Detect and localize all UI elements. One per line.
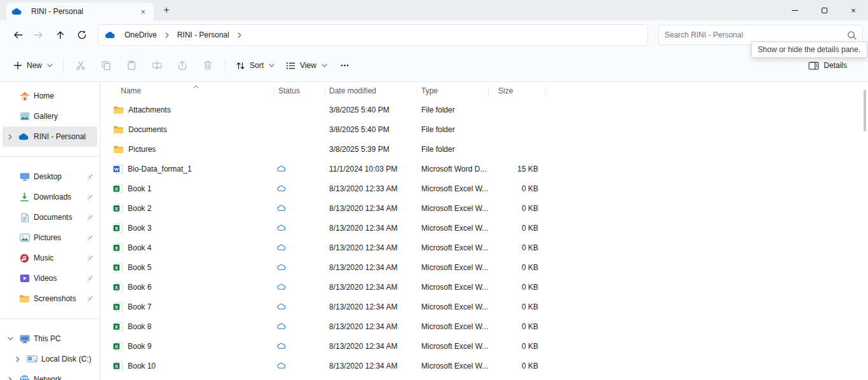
column-header-date-modified[interactable]: Date modified [325,86,417,97]
pictures-icon [18,233,31,242]
sort-button[interactable]: Sort [230,57,280,75]
chevron-down-icon [269,64,275,67]
sidebar-item-label: Local Disk (C:) [41,355,95,363]
file-row-attachments[interactable]: Attachments3/8/2025 5:40 PMFile folder [111,100,868,119]
back-button[interactable] [6,24,28,46]
sidebar-item-documents[interactable]: Documents [3,207,97,227]
rename-button[interactable] [144,56,170,75]
sidebar-item-videos[interactable]: Videos [3,268,97,288]
file-row-bio-data-format-1[interactable]: WBio-Data_format_111/1/2024 10:03 PMMicr… [111,159,868,179]
delete-button[interactable] [195,56,220,75]
sidebar-item-this-pc[interactable]: This PC [3,329,97,349]
date-modified-cell: 8/13/2020 12:34 AM [325,283,417,292]
chevron-right-icon[interactable] [5,134,15,140]
file-row-book-5[interactable]: XBook 58/13/2020 12:34 AMMicrosoft Excel… [111,257,868,277]
status-available-online-icon [277,185,287,192]
type-cell: Microsoft Excel W... [417,283,489,292]
file-row-book-3[interactable]: XBook 38/13/2020 12:34 AMMicrosoft Excel… [111,218,868,238]
sort-ascending-icon[interactable] [193,82,199,90]
chevron-right-icon[interactable] [5,377,15,380]
file-row-book-10[interactable]: XBook 108/13/2020 12:34 AMMicrosoft Exce… [111,356,868,376]
pin-icon [86,173,93,180]
column-header-status[interactable]: Status [275,86,325,97]
file-row-book-8[interactable]: XBook 88/13/2020 12:34 AMMicrosoft Excel… [111,316,868,336]
sidebar-item-label: Screenshots [34,294,83,303]
sidebar-item-screenshots[interactable]: Screenshots [3,288,97,309]
column-header-type[interactable]: Type [417,86,489,97]
share-button[interactable] [170,56,195,75]
date-modified-cell: 8/13/2020 12:34 AM [325,322,417,331]
forward-button[interactable] [28,24,50,46]
sidebar-item-gallery[interactable]: Gallery [3,106,97,126]
new-button[interactable]: New [8,57,58,74]
sidebar-item-downloads[interactable]: Downloads [3,187,97,207]
search-icon[interactable] [847,31,857,40]
column-header-row: NameStatusDate modifiedTypeSize [111,82,868,100]
delete-icon [203,60,213,71]
file-row-pictures[interactable]: Pictures3/8/2025 5:39 PMFile folder [111,139,868,159]
column-header-name[interactable]: Name [111,86,275,97]
sidebar-item-music[interactable]: Music [3,248,97,268]
file-row-book-2[interactable]: XBook 28/13/2020 12:34 AMMicrosoft Excel… [111,198,868,218]
size-cell: 0 KB [489,362,546,370]
type-cell: Microsoft Excel W... [417,184,489,193]
breadcrumb-chevron-icon[interactable] [234,32,245,38]
home-icon [18,92,31,101]
column-header-size[interactable]: Size [489,86,546,97]
maximize-button[interactable] [810,0,839,20]
pin-icon [86,234,93,241]
search-input[interactable] [665,31,847,39]
sidebar-item-desktop[interactable]: Desktop [3,166,97,187]
refresh-button[interactable] [71,24,93,46]
date-modified-cell: 8/13/2020 12:34 AM [325,362,417,370]
address-bar[interactable]: OneDrive RINI - Personal [98,24,648,46]
scrollbar-thumb[interactable] [864,90,866,132]
cut-button[interactable] [68,56,93,75]
toolbar-separator [225,58,226,72]
sidebar-item-label: Desktop [34,172,83,181]
file-row-book-4[interactable]: XBook 48/13/2020 12:34 AMMicrosoft Excel… [111,238,868,257]
word-icon: W [113,164,123,174]
status-cell [275,264,325,271]
file-row-book-9[interactable]: XBook 98/13/2020 12:34 AMMicrosoft Excel… [111,336,868,356]
view-icon [286,61,295,71]
minimize-button[interactable] [780,0,810,20]
close-button[interactable]: × [839,0,868,20]
sidebar-item-network[interactable]: Network [3,369,97,380]
up-button[interactable] [50,24,71,46]
details-pane-button[interactable]: Details [803,57,853,74]
view-button[interactable]: View [280,57,333,75]
breadcrumb-current-folder[interactable]: RINI - Personal [175,29,232,41]
breadcrumb-onedrive[interactable]: OneDrive [122,29,159,41]
sidebar-item-home[interactable]: Home [3,86,97,106]
file-explorer-window: RINI - Personal × + × OneDrive RINI - Pe… [0,0,868,380]
sidebar-item-local-disk-c[interactable]: Local Disk (C:) [10,349,97,369]
copy-button[interactable] [93,56,119,75]
status-cell [275,362,325,369]
paste-button[interactable] [119,56,144,75]
screenshots-icon [18,294,31,303]
date-modified-cell: 8/13/2020 12:34 AM [325,243,417,252]
tab-close-button[interactable]: × [137,6,149,17]
sidebar-item-pictures[interactable]: Pictures [3,227,97,248]
file-row-book-7[interactable]: XBook 78/13/2020 12:34 AMMicrosoft Excel… [111,297,868,316]
file-row-book-1[interactable]: XBook 18/13/2020 12:33 AMMicrosoft Excel… [111,179,868,198]
explorer-tab[interactable]: RINI - Personal × [6,3,154,20]
sort-button-label: Sort [250,61,264,70]
file-row-documents[interactable]: Documents3/8/2025 5:40 PMFile folder [111,119,868,139]
more-icon [341,64,349,67]
vertical-scrollbar[interactable] [862,83,868,379]
size-cell: 0 KB [489,243,546,252]
file-row-book-6[interactable]: XBook 68/13/2020 12:34 AMMicrosoft Excel… [111,277,868,297]
details-pane-icon [808,62,819,70]
svg-text:X: X [115,304,118,309]
chevron-right-icon[interactable] [13,356,23,362]
chevron-down-icon[interactable] [5,337,15,341]
date-modified-cell: 3/8/2025 5:39 PM [325,145,417,154]
breadcrumb-chevron-icon[interactable] [162,32,172,38]
new-tab-button[interactable]: + [158,1,175,19]
see-more-button[interactable] [333,60,356,71]
sidebar-item-rini-personal[interactable]: RINI - Personal [3,126,97,147]
onedrive-icon [18,133,31,141]
size-cell: 0 KB [489,204,546,213]
